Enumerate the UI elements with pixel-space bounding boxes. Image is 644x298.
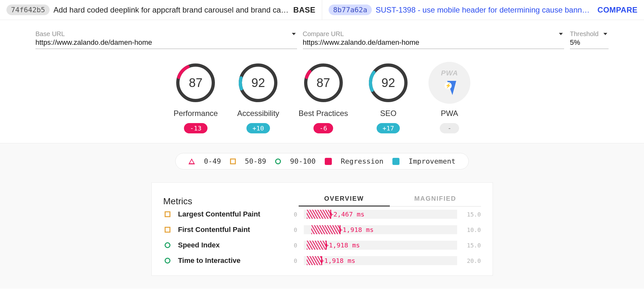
metric-row[interactable]: Speed Index 0 +1,918 ms 15.0 (163, 237, 481, 253)
metric-min: 0 (291, 211, 297, 218)
compare-commit: 8b77a62a SUST-1398 - use mobile header f… (322, 0, 644, 20)
compare-url-value: https://www.zalando.de/damen-home (303, 38, 419, 46)
metric-max: 10.0 (464, 226, 481, 233)
metric-row[interactable]: First Contentful Paint 0 +1,918 ms 10.0 (163, 222, 481, 237)
commit-bar: 74f642b5 Add hard coded deeplink for app… (0, 0, 644, 20)
metric-bar: +1,918 ms (304, 225, 457, 234)
compare-url-field[interactable]: Compare URL https://www.zalando.de/damen… (303, 30, 564, 49)
regression-swatch (325, 158, 332, 165)
gauge-label: PWA (441, 109, 458, 118)
gauge-delta: -13 (184, 123, 207, 133)
tab-overview[interactable]: OVERVIEW (299, 192, 390, 207)
legend: 0-49 50-89 90-100 Regression Improvement (175, 153, 469, 169)
chevron-down-icon[interactable] (559, 33, 563, 35)
metric-delta: +2,467 ms (330, 210, 364, 218)
improvement-swatch (392, 158, 399, 165)
metrics-title: Metrics (163, 196, 299, 207)
gauge-score: 92 (367, 62, 409, 104)
gauge-ring: 87 (303, 62, 344, 104)
legend-improvement: Improvement (409, 157, 456, 165)
pwa-bolt-icon: ⚡ (443, 81, 456, 98)
base-hash[interactable]: 74f642b5 (6, 5, 50, 15)
triangle-icon (188, 159, 195, 164)
square-icon (163, 211, 172, 217)
metric-bar: +1,918 ms (304, 256, 457, 265)
gauge-label: SEO (380, 109, 397, 118)
metric-row[interactable]: Time to Interactive 0 +1,918 ms 20.0 (163, 253, 481, 268)
chevron-down-icon[interactable] (292, 33, 296, 35)
metrics-tabs: OVERVIEW MAGNIFIED (299, 192, 481, 207)
metric-name: Time to Interactive (178, 256, 284, 265)
circle-icon (163, 242, 172, 248)
gauges-row: 87 Performance -13 92 Accessibility +10 … (0, 52, 644, 143)
gauge-seo[interactable]: 92 SEO +17 (367, 62, 409, 133)
gauge-label: Accessibility (237, 109, 279, 118)
metric-max: 15.0 (464, 242, 481, 249)
legend-range-bad: 0-49 (204, 157, 221, 165)
metric-delta: +1,918 ms (339, 226, 374, 234)
gauge-delta: -6 (313, 123, 333, 133)
metric-name: First Contentful Paint (178, 226, 284, 234)
gauge-accessibility[interactable]: 92 Accessibility +10 (237, 62, 279, 133)
legend-regression: Regression (341, 157, 383, 165)
base-tag: BASE (293, 5, 315, 14)
metric-delta: +1,918 ms (325, 241, 360, 249)
compare-tag: COMPARE (598, 5, 638, 14)
threshold-label: Threshold (570, 30, 609, 38)
base-url-label: Base URL (35, 30, 297, 38)
gauge-ring: 92 (237, 62, 279, 104)
base-commit-message: Add hard coded deeplink for appcraft bra… (53, 5, 289, 14)
base-url-value: https://www.zalando.de/damen-home (35, 38, 152, 46)
gauge-ring: 87 (175, 62, 216, 104)
threshold-value: 5% (570, 38, 580, 46)
metric-bar: +1,918 ms (304, 241, 457, 250)
metrics-card: Metrics OVERVIEW MAGNIFIED Largest Conte… (151, 182, 493, 276)
chevron-down-icon[interactable] (603, 33, 607, 35)
compare-url-label: Compare URL (303, 30, 564, 38)
metric-min: 0 (291, 257, 297, 264)
circle-icon (163, 258, 172, 264)
pwa-badge: PWA ⚡ (428, 62, 470, 104)
metric-delta: +1,918 ms (320, 257, 355, 264)
gauge-delta: +10 (246, 123, 270, 133)
legend-area: 0-49 50-89 90-100 Regression Improvement… (0, 143, 644, 289)
gauge-score: 87 (175, 62, 216, 104)
metric-name: Largest Contentful Paint (178, 210, 284, 218)
gauge-score: 92 (237, 62, 279, 104)
square-icon (230, 159, 236, 164)
metric-min: 0 (291, 226, 297, 233)
threshold-field[interactable]: Threshold 5% (570, 30, 609, 49)
gauge-pwa[interactable]: PWA ⚡ PWA - (428, 62, 470, 133)
base-url-field[interactable]: Base URL https://www.zalando.de/damen-ho… (35, 30, 297, 49)
metric-max: 15.0 (464, 211, 481, 218)
gauge-performance[interactable]: 87 Performance -13 (174, 62, 218, 133)
metric-bar: +2,467 ms (304, 210, 457, 219)
metric-name: Speed Index (178, 241, 284, 249)
legend-range-mid: 50-89 (245, 157, 266, 165)
square-icon (163, 227, 172, 233)
metric-max: 20.0 (464, 257, 481, 264)
compare-commit-message[interactable]: SUST-1398 - use mobile header for determ… (376, 5, 594, 14)
gauge-ring: 92 (367, 62, 409, 104)
legend-range-good: 90-100 (290, 157, 315, 165)
gauge-label: Performance (174, 109, 218, 118)
metric-min: 0 (291, 242, 297, 249)
gauge-score: 87 (303, 62, 344, 104)
circle-icon (275, 159, 281, 164)
gauge-delta: +17 (377, 123, 400, 133)
url-row: Base URL https://www.zalando.de/damen-ho… (0, 20, 644, 52)
gauge-label: Best Practices (299, 109, 348, 118)
tab-magnified[interactable]: MAGNIFIED (390, 192, 481, 206)
gauge-delta: - (440, 123, 459, 133)
base-commit: 74f642b5 Add hard coded deeplink for app… (0, 0, 322, 20)
metric-row[interactable]: Largest Contentful Paint 0 +2,467 ms 15.… (163, 207, 481, 222)
compare-hash[interactable]: 8b77a62a (329, 5, 372, 15)
pwa-text-icon: PWA (441, 69, 458, 77)
gauge-best-practices[interactable]: 87 Best Practices -6 (299, 62, 348, 133)
